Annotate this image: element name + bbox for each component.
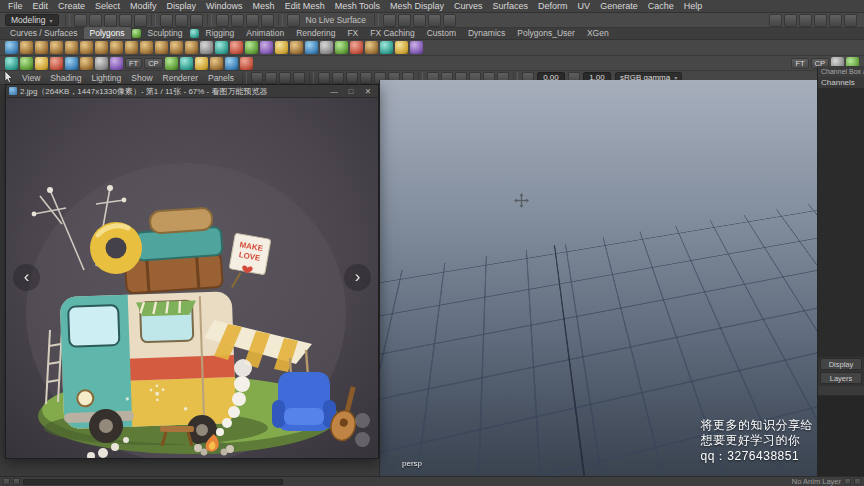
image-viewer-titlebar[interactable]: 2.jpg（264KB，1447x1330像素）- 第1 / 11张 - 67%…: [6, 85, 378, 98]
menu-mesh[interactable]: Mesh: [248, 1, 280, 11]
shelf-icon-custom-14[interactable]: [240, 57, 253, 70]
menu-mesh-display[interactable]: Mesh Display: [385, 1, 449, 11]
shelf-tab-sculpting[interactable]: Sculpting: [142, 27, 189, 39]
shelf-icon-bridge[interactable]: [350, 41, 363, 54]
image-plane-icon[interactable]: [293, 72, 305, 84]
shelf-tab-polygons-user[interactable]: Polygons_User: [511, 27, 581, 39]
sidebar-tool-settings-icon[interactable]: [784, 14, 797, 27]
render-current-frame-icon[interactable]: [413, 14, 426, 27]
snap-grid-icon[interactable]: [216, 14, 229, 27]
shelf-icon-target-weld[interactable]: [380, 41, 393, 54]
shelf-icon-custom-7[interactable]: [95, 57, 108, 70]
shelf-icon-bevel[interactable]: [335, 41, 348, 54]
viewer-tool-button-2[interactable]: [355, 432, 370, 447]
menu-select[interactable]: Select: [90, 1, 125, 11]
command-line[interactable]: [23, 479, 283, 485]
ft-button[interactable]: FT: [125, 58, 142, 69]
panel-menu-shading[interactable]: Shading: [45, 73, 86, 83]
script-editor-icon[interactable]: [13, 478, 20, 485]
shelf-icon-pyramid[interactable]: [125, 41, 138, 54]
save-scene-icon[interactable]: [104, 14, 117, 27]
shelf-tab-polygons[interactable]: Polygons: [84, 27, 131, 39]
shelf-icon-platonic[interactable]: [110, 41, 123, 54]
close-button[interactable]: ✕: [361, 86, 375, 97]
shaded-icon[interactable]: [332, 72, 344, 84]
menu-generate[interactable]: Generate: [595, 1, 643, 11]
textured-icon[interactable]: [346, 72, 358, 84]
snap-curve-icon[interactable]: [231, 14, 244, 27]
menu-file[interactable]: File: [3, 1, 28, 11]
select-by-hierarchy-icon[interactable]: [160, 14, 173, 27]
channels-menu[interactable]: Channels: [818, 77, 864, 89]
open-scene-icon[interactable]: [89, 14, 102, 27]
minimize-button[interactable]: —: [327, 86, 341, 97]
shelf-tab-animation[interactable]: Animation: [240, 27, 290, 39]
wireframe-icon[interactable]: [318, 72, 330, 84]
maximize-button[interactable]: □: [344, 86, 358, 97]
shelf-icon-boolean-intersection[interactable]: [260, 41, 273, 54]
previous-image-button[interactable]: ‹: [13, 264, 40, 291]
sidebar-channel-box-icon[interactable]: [799, 14, 812, 27]
shelf-icon-custom-12[interactable]: [210, 57, 223, 70]
shelf-icon-custom-10[interactable]: [180, 57, 193, 70]
menu-edit-mesh[interactable]: Edit Mesh: [280, 1, 330, 11]
next-image-button[interactable]: ›: [344, 264, 371, 291]
cp-button[interactable]: CP: [144, 58, 162, 69]
shelf-tab-fx-caching[interactable]: FX Caching: [364, 27, 420, 39]
viewport-persp[interactable]: persp 将更多的知识分享给 想要更好学习的你 qq：3276438851: [379, 80, 817, 476]
menu-windows[interactable]: Windows: [201, 1, 248, 11]
menu-help[interactable]: Help: [679, 1, 708, 11]
tab-layers[interactable]: Layers: [820, 372, 862, 384]
shelf-icon-extrude[interactable]: [320, 41, 333, 54]
bookmark-icon[interactable]: [279, 72, 291, 84]
new-scene-icon[interactable]: [74, 14, 87, 27]
shelf-icon-combine[interactable]: [275, 41, 288, 54]
shelf-icon-cube[interactable]: [20, 41, 33, 54]
shelf-icon-custom-1[interactable]: [5, 57, 18, 70]
shelf-icon-pipe[interactable]: [155, 41, 168, 54]
shelf-tab-rigging[interactable]: Rigging: [200, 27, 241, 39]
shelf-icon-torus[interactable]: [65, 41, 78, 54]
menu-modify[interactable]: Modify: [125, 1, 162, 11]
menu-edit[interactable]: Edit: [28, 1, 54, 11]
menu-mesh-tools[interactable]: Mesh Tools: [330, 1, 385, 11]
shelf-icon-soccer-ball[interactable]: [200, 41, 213, 54]
redo-icon[interactable]: [134, 14, 147, 27]
shelf-icon-smooth[interactable]: [305, 41, 318, 54]
viewer-tool-button-1[interactable]: [355, 413, 370, 428]
shelf-icon-cone[interactable]: [50, 41, 63, 54]
shelf-icon-superellipse[interactable]: [215, 41, 228, 54]
render-settings-icon[interactable]: [443, 14, 456, 27]
construction-history-icon[interactable]: [383, 14, 396, 27]
shelf-icon-boolean-difference[interactable]: [245, 41, 258, 54]
menu-deform[interactable]: Deform: [533, 1, 573, 11]
menu-set-dropdown[interactable]: Modeling ▾: [5, 14, 59, 26]
shelf-icon-boolean-union[interactable]: [230, 41, 243, 54]
shelf-tab-custom[interactable]: Custom: [421, 27, 462, 39]
menu-uv[interactable]: UV: [573, 1, 596, 11]
menu-curves[interactable]: Curves: [449, 1, 488, 11]
open-render-view-icon[interactable]: [398, 14, 411, 27]
sidebar-modeling-toolkit-icon[interactable]: [814, 14, 827, 27]
menu-cache[interactable]: Cache: [643, 1, 679, 11]
panel-menu-panels[interactable]: Panels: [203, 73, 239, 83]
shelf-icon-plane[interactable]: [80, 41, 93, 54]
shelf-icon-prism[interactable]: [140, 41, 153, 54]
shelf-icon-quad-draw[interactable]: [395, 41, 408, 54]
ipr-render-icon[interactable]: [428, 14, 441, 27]
shelf-icon-disc[interactable]: [95, 41, 108, 54]
camera-attributes-icon[interactable]: [265, 72, 277, 84]
select-tool-icon[interactable]: [4, 71, 13, 85]
camera-select-icon[interactable]: [251, 72, 263, 84]
shelf-icon-helix[interactable]: [170, 41, 183, 54]
make-live-icon[interactable]: [287, 14, 300, 27]
snap-plane-icon[interactable]: [261, 14, 274, 27]
select-by-component-icon[interactable]: [190, 14, 203, 27]
panel-menu-lighting[interactable]: Lighting: [86, 73, 126, 83]
shelf-icon-gear[interactable]: [185, 41, 198, 54]
shelf-icon-custom-6[interactable]: [80, 57, 93, 70]
panel-menu-view[interactable]: View: [17, 73, 45, 83]
snap-point-icon[interactable]: [246, 14, 259, 27]
shelf-icon-multi-cut[interactable]: [365, 41, 378, 54]
shelf-icon-custom-8[interactable]: [110, 57, 123, 70]
